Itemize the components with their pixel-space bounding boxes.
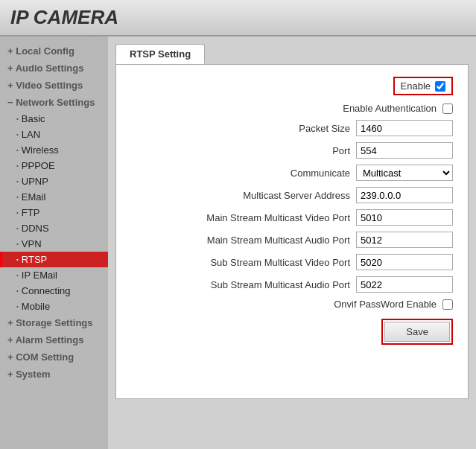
sub-video-input[interactable]	[356, 254, 453, 270]
sidebar-item-basic[interactable]: • Basic	[0, 111, 108, 127]
save-button[interactable]: Save	[384, 322, 450, 342]
sidebar-item-audio-settings[interactable]: + Audio Settings	[0, 60, 108, 77]
communicate-label: Communicate	[186, 168, 350, 179]
sidebar-item-wireless[interactable]: • Wireless	[0, 142, 108, 158]
bullet-icon: •	[16, 209, 19, 216]
sub-video-label: Sub Stream Multicast Video Port	[186, 257, 350, 268]
sidebar-item-ftp[interactable]: • FTP	[0, 205, 108, 220]
multicast-server-input[interactable]	[356, 187, 453, 203]
sub-audio-row: Sub Stream Multicast Audio Port	[131, 276, 453, 293]
page-title: IP CAMERA	[10, 6, 118, 28]
bullet-icon: •	[16, 225, 19, 232]
sidebar-item-system[interactable]: + System	[0, 366, 108, 383]
bullet-icon: •	[16, 272, 19, 278]
bullet-icon: •	[16, 256, 19, 263]
sidebar-item-connecting[interactable]: • Connecting	[0, 283, 108, 299]
save-row: Save	[131, 319, 453, 345]
sub-audio-label: Sub Stream Multicast Audio Port	[186, 279, 350, 290]
settings-panel: Enable Enable Authentication Packet Size…	[115, 64, 469, 399]
auth-row: Enable Authentication	[131, 103, 453, 114]
main-audio-input[interactable]	[356, 232, 453, 248]
main-video-row: Main Stream Multicast Video Port	[131, 209, 453, 226]
onvif-row: Onvif PassWord Enable	[131, 299, 453, 310]
sidebar-item-ip-email[interactable]: • IP EMail	[0, 267, 108, 283]
sidebar-item-pppoe[interactable]: • PPPOE	[0, 158, 108, 173]
multicast-server-label: Multicast Server Address	[186, 190, 350, 201]
tab-bar: RTSP Setting	[115, 44, 469, 64]
bullet-icon: •	[16, 131, 19, 138]
auth-label: Enable Authentication	[273, 103, 437, 114]
sidebar-item-email[interactable]: • EMail	[0, 189, 108, 205]
onvif-label: Onvif PassWord Enable	[273, 299, 437, 310]
sidebar: + Local Config + Audio Settings + Video …	[0, 36, 108, 449]
main-video-label: Main Stream Multicast Video Port	[186, 212, 350, 223]
packet-size-input[interactable]	[356, 120, 453, 136]
multicast-server-row: Multicast Server Address	[131, 187, 453, 203]
sidebar-item-mobile[interactable]: • Mobile	[0, 299, 108, 314]
bullet-icon: •	[16, 162, 19, 169]
sidebar-item-storage-settings[interactable]: + Storage Settings	[0, 314, 108, 331]
sub-video-row: Sub Stream Multicast Video Port	[131, 254, 453, 270]
sidebar-item-ddns[interactable]: • DDNS	[0, 220, 108, 236]
sidebar-item-rtsp[interactable]: • RTSP	[0, 252, 108, 267]
auth-checkbox[interactable]	[442, 104, 453, 114]
content-area: RTSP Setting Enable Enable Authenticatio…	[108, 36, 476, 449]
bullet-icon: •	[16, 178, 19, 185]
sidebar-item-local-config[interactable]: + Local Config	[0, 42, 108, 60]
packet-size-label: Packet Size	[186, 123, 350, 134]
communicate-row: Communicate Multicast Unicast	[131, 165, 453, 181]
port-input[interactable]	[356, 142, 453, 159]
sub-audio-input[interactable]	[356, 276, 453, 293]
main-layout: + Local Config + Audio Settings + Video …	[0, 36, 476, 449]
main-audio-row: Main Stream Multicast Audio Port	[131, 232, 453, 248]
bullet-icon: •	[16, 147, 19, 153]
bullet-icon: •	[16, 194, 19, 200]
enable-box: Enable	[393, 77, 453, 95]
sidebar-item-com-setting[interactable]: + COM Setting	[0, 348, 108, 366]
packet-size-row: Packet Size	[131, 120, 453, 136]
bullet-icon: •	[16, 241, 19, 247]
header: IP CAMERA	[0, 0, 476, 36]
port-label: Port	[186, 145, 350, 156]
sidebar-item-network-settings[interactable]: − Network Settings	[0, 94, 108, 111]
enable-checkbox[interactable]	[435, 81, 445, 92]
sidebar-item-upnp[interactable]: • UPNP	[0, 173, 108, 189]
bullet-icon: •	[16, 115, 19, 122]
onvif-checkbox[interactable]	[442, 299, 453, 310]
enable-row: Enable	[131, 77, 453, 95]
sidebar-item-lan[interactable]: • LAN	[0, 127, 108, 142]
sidebar-item-alarm-settings[interactable]: + Alarm Settings	[0, 331, 108, 348]
main-audio-label: Main Stream Multicast Audio Port	[186, 235, 350, 246]
main-video-input[interactable]	[356, 209, 453, 226]
tab-rtsp-setting[interactable]: RTSP Setting	[115, 44, 205, 64]
enable-label: Enable	[401, 80, 431, 92]
bullet-icon: •	[16, 303, 19, 310]
sidebar-item-video-settings[interactable]: + Video Settings	[0, 77, 108, 94]
sidebar-item-vpn[interactable]: • VPN	[0, 236, 108, 252]
bullet-icon: •	[16, 287, 19, 294]
communicate-select[interactable]: Multicast Unicast	[356, 165, 453, 181]
port-row: Port	[131, 142, 453, 159]
save-button-wrapper: Save	[381, 319, 453, 345]
